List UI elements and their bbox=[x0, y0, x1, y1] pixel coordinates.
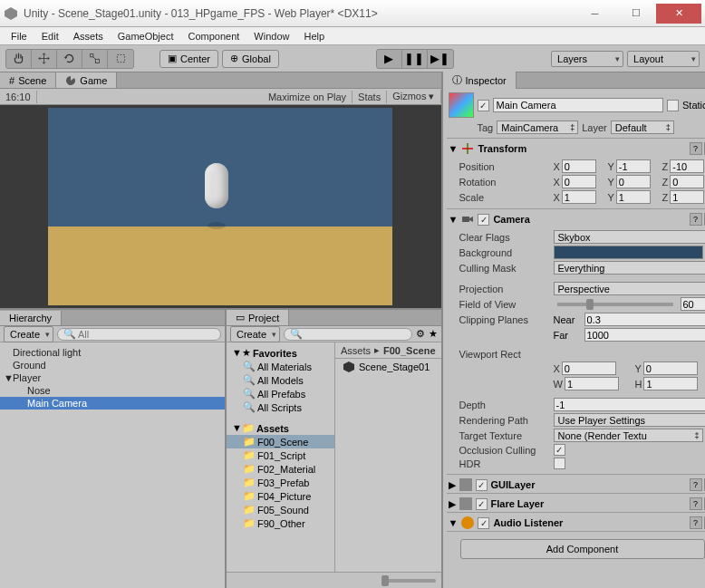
pos-x[interactable] bbox=[562, 159, 596, 173]
pause-button[interactable]: ❚❚ bbox=[402, 50, 428, 68]
fav-all-models[interactable]: 🔍All Models bbox=[227, 373, 334, 387]
folder-f02-material[interactable]: 📁F02_Material bbox=[227, 462, 334, 476]
close-button[interactable]: ✕ bbox=[656, 4, 701, 24]
fav-all-materials[interactable]: 🔍All Materials bbox=[227, 360, 334, 373]
tab-inspector[interactable]: ⓘ Inspector bbox=[443, 72, 517, 89]
folder-f05-sound[interactable]: 📁F05_Sound bbox=[227, 503, 334, 516]
menu-help[interactable]: Help bbox=[298, 29, 330, 43]
scale-x[interactable] bbox=[562, 190, 596, 204]
pivot-global-button[interactable]: ⊕ Global bbox=[222, 50, 279, 68]
pivot-center-button[interactable]: ▣ Center bbox=[159, 50, 218, 68]
vp-h[interactable] bbox=[643, 377, 698, 390]
help-icon[interactable]: ? bbox=[690, 478, 702, 491]
play-button[interactable]: ▶ bbox=[377, 50, 402, 68]
clear-flags-dropdown[interactable]: Skybox bbox=[554, 230, 706, 244]
active-checkbox[interactable]: ✓ bbox=[478, 100, 489, 111]
audio-enabled[interactable]: ✓ bbox=[478, 517, 489, 529]
hdr-checkbox[interactable] bbox=[554, 458, 565, 469]
inspector-lock-icon[interactable]: 🔒 bbox=[699, 74, 706, 86]
project-search[interactable]: 🔍 bbox=[284, 328, 411, 341]
menu-gameobject[interactable]: GameObject bbox=[112, 29, 179, 43]
fov-value[interactable] bbox=[681, 297, 706, 311]
gizmos-dropdown[interactable]: Gizmos ▾ bbox=[387, 90, 440, 103]
folder-f00-scene[interactable]: 📁F00_Scene bbox=[227, 435, 334, 448]
static-checkbox[interactable] bbox=[667, 100, 679, 111]
project-create-dropdown[interactable]: Create bbox=[230, 326, 280, 342]
rot-y[interactable] bbox=[616, 175, 651, 188]
hierarchy-create-dropdown[interactable]: Create bbox=[4, 326, 53, 342]
folder-f04-picture[interactable]: 📁F04_Picture bbox=[227, 489, 334, 503]
flare-enabled[interactable]: ✓ bbox=[476, 498, 488, 510]
assets-header[interactable]: ▼📁 Assets bbox=[227, 421, 334, 435]
menu-window[interactable]: Window bbox=[248, 29, 295, 43]
scale-z[interactable] bbox=[670, 190, 704, 204]
maximize-button[interactable]: ☐ bbox=[615, 4, 656, 24]
target-texture-field[interactable]: None (Render Textu bbox=[554, 429, 703, 442]
guilayer-enabled[interactable]: ✓ bbox=[476, 479, 488, 491]
asset-scene-stage01[interactable]: Scene_Stage01 bbox=[335, 359, 441, 375]
projection-dropdown[interactable]: Perspective bbox=[554, 282, 706, 295]
thumbnail-size-slider[interactable] bbox=[381, 579, 436, 583]
fov-slider[interactable] bbox=[557, 303, 673, 306]
pos-y[interactable] bbox=[616, 159, 651, 173]
tab-scene[interactable]: # Scene bbox=[0, 72, 56, 88]
search-filter-icon[interactable]: ⚙ bbox=[416, 328, 425, 340]
scale-tool[interactable] bbox=[82, 50, 108, 68]
menu-file[interactable]: File bbox=[5, 29, 33, 43]
hierarchy-search[interactable]: 🔍All bbox=[57, 328, 221, 341]
help-icon[interactable]: ? bbox=[690, 497, 702, 510]
gameobject-name-field[interactable] bbox=[493, 98, 663, 112]
maximize-toggle[interactable]: Maximize on Play bbox=[263, 91, 352, 103]
tab-project[interactable]: ▭ Project bbox=[227, 310, 289, 325]
vp-y[interactable] bbox=[643, 361, 698, 375]
tab-hierarchy[interactable]: Hierarchy bbox=[0, 311, 62, 325]
rotate-tool[interactable] bbox=[57, 50, 82, 68]
move-tool[interactable] bbox=[32, 50, 57, 68]
rot-x[interactable] bbox=[562, 175, 596, 188]
hierarchy-item-main-camera[interactable]: Main Camera bbox=[0, 397, 225, 410]
rendering-path-dropdown[interactable]: Use Player Settings bbox=[554, 413, 706, 427]
help-icon[interactable]: ? bbox=[690, 142, 702, 155]
fav-all-prefabs[interactable]: 🔍All Prefabs bbox=[227, 387, 334, 400]
menu-edit[interactable]: Edit bbox=[36, 29, 64, 43]
aspect-dropdown[interactable]: 16:10 bbox=[0, 91, 37, 103]
depth-field[interactable] bbox=[554, 398, 706, 411]
layer-dropdown[interactable]: Default bbox=[611, 120, 674, 134]
culling-mask-dropdown[interactable]: Everything bbox=[554, 261, 706, 275]
folder-f01-script[interactable]: 📁F01_Script bbox=[227, 448, 334, 462]
breadcrumb[interactable]: Assets ▸ F00_Scene bbox=[335, 342, 441, 359]
favorites-header[interactable]: ▼★ Favorites bbox=[227, 346, 334, 360]
fav-all-scripts[interactable]: 🔍All Scripts bbox=[227, 400, 334, 414]
hierarchy-item-ground[interactable]: Ground bbox=[0, 359, 225, 371]
rect-tool[interactable] bbox=[108, 50, 133, 68]
add-component-button[interactable]: Add Component bbox=[460, 539, 705, 559]
camera-enabled-checkbox[interactable]: ✓ bbox=[478, 214, 489, 226]
menu-assets[interactable]: Assets bbox=[68, 29, 109, 43]
hierarchy-item-player[interactable]: ▼Player bbox=[0, 371, 225, 384]
menu-component[interactable]: Component bbox=[182, 29, 245, 43]
rot-z[interactable] bbox=[670, 175, 704, 188]
minimize-button[interactable]: ─ bbox=[575, 4, 615, 24]
hand-tool[interactable] bbox=[6, 50, 32, 68]
search-save-icon[interactable]: ★ bbox=[429, 328, 438, 340]
help-icon[interactable]: ? bbox=[690, 516, 702, 529]
vp-x[interactable] bbox=[562, 361, 616, 375]
pos-z[interactable] bbox=[670, 159, 704, 173]
occlusion-checkbox[interactable]: ✓ bbox=[554, 444, 565, 456]
step-button[interactable]: ▶❚ bbox=[428, 50, 453, 68]
layers-dropdown[interactable]: Layers bbox=[551, 51, 623, 67]
help-icon[interactable]: ? bbox=[690, 213, 702, 226]
background-color[interactable] bbox=[554, 246, 703, 259]
tab-game[interactable]: Game bbox=[56, 72, 117, 88]
far-clip[interactable] bbox=[584, 328, 706, 342]
layout-dropdown[interactable]: Layout bbox=[627, 51, 700, 67]
near-clip[interactable] bbox=[584, 313, 706, 326]
tag-dropdown[interactable]: MainCamera bbox=[497, 120, 578, 134]
hierarchy-item-nose[interactable]: Nose bbox=[0, 384, 225, 397]
hierarchy-item-directional-light[interactable]: Directional light bbox=[0, 346, 225, 359]
folder-f90-other[interactable]: 📁F90_Other bbox=[227, 516, 334, 530]
folder-f03-prefab[interactable]: 📁F03_Prefab bbox=[227, 476, 334, 489]
scale-y[interactable] bbox=[616, 190, 651, 204]
vp-w[interactable] bbox=[565, 377, 619, 390]
gameobject-icon[interactable] bbox=[449, 92, 474, 118]
